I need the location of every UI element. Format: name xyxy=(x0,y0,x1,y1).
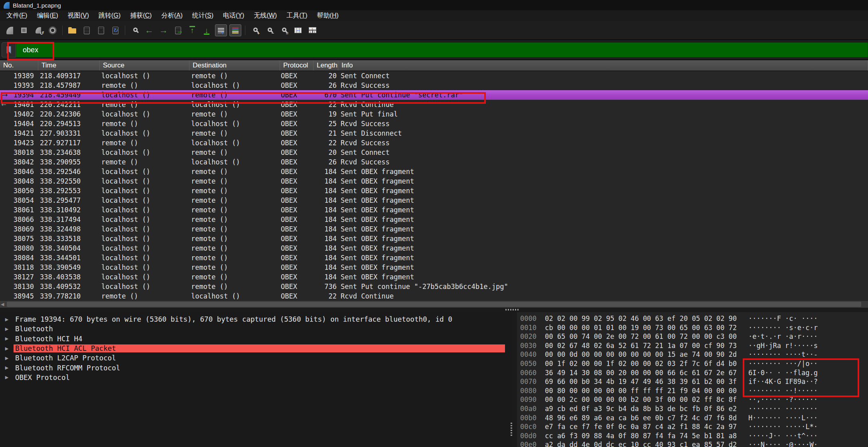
packet-row[interactable]: 19389218.409317localhost ()remote ()OBEX… xyxy=(0,71,868,81)
find-packet-icon[interactable] xyxy=(129,24,141,36)
hex-row[interactable]: 008000 80 00 00 00 00 00 ff ff ff 21 f9 … xyxy=(520,386,868,396)
packet-row[interactable]: 19393218.457987remote ()localhost ()OBEX… xyxy=(0,81,868,90)
detail-row-highlighted[interactable]: ▶Bluetooth HCI ACL Packet xyxy=(0,344,512,353)
packet-row[interactable]: 38084338.344501localhost ()remote ()OBEX… xyxy=(0,253,868,263)
detail-row[interactable]: ▶Bluetooth xyxy=(0,324,512,334)
column-header-destination[interactable]: Destination xyxy=(189,60,280,71)
zoom-reset-icon[interactable]: = xyxy=(278,24,290,36)
hex-row[interactable]: 009000 00 2c 00 00 00 00 b2 00 3f 00 00 … xyxy=(520,395,868,404)
pane-splitter-handle[interactable] xyxy=(505,309,519,311)
detail-row[interactable]: ▶Bluetooth RFCOMM Protocol xyxy=(0,363,512,372)
hex-row[interactable]: 000002 02 00 99 02 95 02 46 00 63 ef 20 … xyxy=(520,314,868,323)
hex-row[interactable]: 003000 02 67 48 02 6a 52 61 72 21 1a 07 … xyxy=(520,341,868,350)
zoom-out-icon[interactable]: − xyxy=(263,24,275,36)
hex-row[interactable]: 006036 49 14 30 08 00 20 00 00 00 66 6c … xyxy=(520,368,868,378)
expand-arrow-icon[interactable]: ▶ xyxy=(0,336,14,341)
column-header-source[interactable]: Source xyxy=(100,60,189,71)
hex-row[interactable]: 00b048 96 e6 89 a6 ea ca b6 ee 0b c7 f2 … xyxy=(520,413,868,423)
packet-row[interactable]: 38054338.295477localhost ()remote ()OBEX… xyxy=(0,196,868,205)
expand-arrow-icon[interactable]: ▶ xyxy=(0,326,14,332)
expand-arrow-icon[interactable]: ▶ xyxy=(0,375,14,380)
packet-row[interactable]: 38118338.390549localhost ()remote ()OBEX… xyxy=(0,263,868,272)
packet-row[interactable]: ←19401220.242211remote ()localhost ()OBE… xyxy=(0,100,868,109)
save-file-icon[interactable] xyxy=(81,24,93,36)
hex-row[interactable]: 00c0e7 fa ce f7 fe 0f 0c 0a 87 c4 a2 f1 … xyxy=(520,422,868,431)
detail-row[interactable]: ▶Frame 19394: 670 bytes on wire (5360 bi… xyxy=(0,314,512,324)
packet-row[interactable]: 38050338.292553localhost ()remote ()OBEX… xyxy=(0,186,868,196)
menu-statistics[interactable]: 统计(S) xyxy=(187,11,218,21)
packet-bytes-pane[interactable]: 000002 02 00 99 02 95 02 46 00 63 ef 20 … xyxy=(517,312,868,447)
packet-row-selected[interactable]: -→19394218.459449localhost ()remote ()OB… xyxy=(0,90,868,100)
zoom-in-icon[interactable]: + xyxy=(249,24,261,36)
menu-view[interactable]: 视图(V) xyxy=(63,11,94,21)
display-filter-input[interactable]: obex xyxy=(16,42,868,57)
start-capture-icon[interactable] xyxy=(4,24,16,36)
restart-capture-icon[interactable]: ↺ xyxy=(32,24,44,36)
go-to-bottom-icon[interactable]: ↓ xyxy=(201,24,213,36)
packet-row[interactable]: 19423227.927117remote ()localhost ()OBEX… xyxy=(0,138,868,148)
packet-row[interactable]: 38080338.340504localhost ()remote ()OBEX… xyxy=(0,243,868,253)
packet-row[interactable]: 19404220.294513remote ()localhost ()OBEX… xyxy=(0,119,868,129)
packet-row[interactable]: 38130338.409532localhost ()remote ()OBEX… xyxy=(0,282,868,291)
expand-arrow-icon[interactable]: ▶ xyxy=(0,346,14,351)
hex-row[interactable]: 007069 66 00 b0 34 4b 19 47 49 46 38 39 … xyxy=(520,377,868,386)
column-header-time[interactable]: Time xyxy=(38,60,100,71)
resize-columns-icon[interactable] xyxy=(292,24,304,36)
packet-row[interactable]: 19402220.242306localhost ()remote ()OBEX… xyxy=(0,109,868,119)
reload-file-icon[interactable]: ↻ xyxy=(109,24,121,36)
hex-row[interactable]: 00a0a9 cb ed 0f a3 9c b4 da 8b b3 de bc … xyxy=(520,404,868,413)
menu-wireless[interactable]: 无线(W) xyxy=(249,11,282,21)
open-file-icon[interactable] xyxy=(66,24,78,36)
stop-capture-icon[interactable] xyxy=(18,24,30,36)
packet-row[interactable]: 38048338.292550localhost ()remote ()OBEX… xyxy=(0,176,868,186)
packet-row[interactable]: 38945339.778210remote ()localhost ()OBEX… xyxy=(0,291,868,301)
expand-arrow-icon[interactable]: ▶ xyxy=(0,356,14,361)
menu-help[interactable]: 帮助(H) xyxy=(312,11,343,21)
filter-bookmark-button[interactable] xyxy=(2,42,16,57)
column-header-info[interactable]: Info xyxy=(338,60,868,71)
hex-row[interactable]: 00d0cc a6 f3 09 88 4a 0f 80 87 f4 fa 74 … xyxy=(520,431,868,441)
packet-row[interactable]: 38046338.292546localhost ()remote ()OBEX… xyxy=(0,167,868,176)
detail-row[interactable]: ▶Bluetooth L2CAP Protocol xyxy=(0,353,512,363)
menu-analyze[interactable]: 分析(A) xyxy=(156,11,187,21)
menu-edit[interactable]: 编辑(E) xyxy=(32,11,63,21)
auto-scroll-icon[interactable]: ▼ xyxy=(215,24,227,36)
menu-tools[interactable]: 工具(T) xyxy=(282,11,312,21)
scrollbar-thumb[interactable] xyxy=(7,302,861,307)
column-header-protocol[interactable]: Protocol xyxy=(280,60,314,71)
capture-options-icon[interactable] xyxy=(47,24,59,36)
go-to-top-icon[interactable]: ↑ xyxy=(186,24,198,36)
menu-file[interactable]: 文件(F) xyxy=(2,11,32,21)
expand-arrow-icon[interactable]: ▶ xyxy=(0,317,14,322)
hex-row[interactable]: 0010cb 00 00 00 01 01 00 19 00 73 00 65 … xyxy=(520,323,868,332)
packet-row[interactable]: 38069338.324498localhost ()remote ()OBEX… xyxy=(0,224,868,234)
menu-telephony[interactable]: 电话(Y) xyxy=(218,11,249,21)
packet-row[interactable]: 19421227.903331localhost ()remote ()OBEX… xyxy=(0,129,868,138)
horizontal-scrollbar[interactable]: ◀ xyxy=(0,301,868,308)
close-file-icon[interactable]: × xyxy=(95,24,107,36)
packet-row[interactable]: 38042338.290955remote ()localhost ()OBEX… xyxy=(0,157,868,167)
hex-row[interactable]: 005000 1f 02 00 00 1f 02 00 00 02 03 2f … xyxy=(520,359,868,368)
packet-row[interactable]: 38018338.234638localhost ()remote ()OBEX… xyxy=(0,148,868,157)
pane-divider-handle[interactable] xyxy=(511,423,512,437)
expand-arrow-icon[interactable]: ▶ xyxy=(0,365,14,370)
scrollbar-left-arrow-icon[interactable]: ◀ xyxy=(1,302,4,307)
detail-row[interactable]: ▶OBEX Protocol xyxy=(0,373,512,382)
packet-details-pane[interactable]: ▶Frame 19394: 670 bytes on wire (5360 bi… xyxy=(0,312,512,447)
menu-go[interactable]: 跳转(G) xyxy=(94,11,125,21)
packet-row[interactable]: 38066338.317494localhost ()remote ()OBEX… xyxy=(0,215,868,224)
go-back-icon[interactable]: ← xyxy=(143,24,155,36)
detail-row[interactable]: ▶Bluetooth HCI H4 xyxy=(0,334,512,344)
hex-row[interactable]: 00e0a2 da dd 4e 0d dc ec 10 cc 40 93 c1 … xyxy=(520,440,868,447)
column-header-length[interactable]: Length xyxy=(314,60,338,71)
hex-row[interactable]: 002000 65 00 74 00 2e 00 72 00 61 00 72 … xyxy=(520,332,868,341)
packet-list[interactable]: 19389218.409317localhost ()remote ()OBEX… xyxy=(0,71,868,301)
packet-row[interactable]: 38127338.403538localhost ()remote ()OBEX… xyxy=(0,272,868,282)
layout-icon[interactable] xyxy=(306,24,318,36)
go-to-packet-icon[interactable]: → xyxy=(172,24,184,36)
menu-capture[interactable]: 捕获(C) xyxy=(125,11,156,21)
packet-row[interactable]: 38061338.310492localhost ()remote ()OBEX… xyxy=(0,205,868,215)
hex-row[interactable]: 004000 00 0d 00 00 00 00 00 00 00 15 ae … xyxy=(520,350,868,359)
column-header-no[interactable]: No. xyxy=(0,60,38,71)
packet-row[interactable]: 38075338.333518localhost ()remote ()OBEX… xyxy=(0,234,868,243)
